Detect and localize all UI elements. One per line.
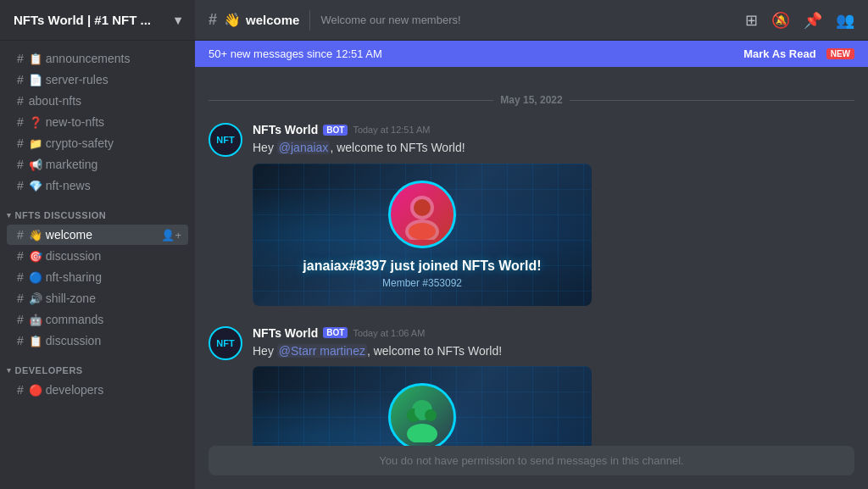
channels-list: # 📋 announcements # 📄 server-rules # abo… xyxy=(0,41,195,489)
date-divider: May 15, 2022 xyxy=(195,87,868,113)
mention: @Starr martinez xyxy=(277,344,367,358)
header-icons: ⊞ 🔕 📌 👥 xyxy=(745,11,854,30)
channel-header-name: # 👋 welcome xyxy=(209,11,299,29)
hashtag-icon[interactable]: ⊞ xyxy=(745,11,758,30)
mark-as-read-button[interactable]: Mark As Read NEW xyxy=(743,47,854,60)
message-input-container: You do not have permission to send messa… xyxy=(209,446,854,475)
hash-icon: # xyxy=(17,292,24,305)
message-input-area: You do not have permission to send messa… xyxy=(195,446,868,489)
channel-item[interactable]: # 📁 crypto-safety xyxy=(7,133,188,153)
channel-discussion[interactable]: # 🎯 discussion xyxy=(7,246,188,266)
new-messages-text: 50+ new messages since 12:51 AM xyxy=(209,47,743,60)
channel-header-hash-icon: # xyxy=(209,11,217,29)
hash-icon: # xyxy=(17,52,24,65)
channel-item[interactable]: # about-nfts xyxy=(7,91,188,111)
bot-badge: BOT xyxy=(323,327,348,338)
new-messages-banner: 50+ new messages since 12:51 AM Mark As … xyxy=(195,41,868,67)
svg-point-5 xyxy=(407,424,437,442)
hash-icon: # xyxy=(17,313,24,326)
divider-line-left xyxy=(209,100,493,101)
avatar: NFT xyxy=(209,326,242,360)
server-header[interactable]: NFTs World | #1 NFT ... ▾ xyxy=(0,0,195,41)
message-text: Hey @janaiax, welcome to NFTs World! xyxy=(253,140,854,157)
server-name: NFTs World | #1 NFT ... xyxy=(14,13,151,27)
channel-welcome[interactable]: # 👋 welcome 👤+ xyxy=(7,225,188,245)
message-timestamp: Today at 12:51 AM xyxy=(353,125,430,135)
welcome-card-inner: janaiax#8397 just joined NFTs World! Mem… xyxy=(253,164,592,306)
channel-item[interactable]: # 📋 announcements xyxy=(7,48,188,69)
welcome-card: janaiax#8397 just joined NFTs World! Mem… xyxy=(253,164,592,306)
svg-point-8 xyxy=(425,409,437,421)
hash-icon: # xyxy=(17,73,24,86)
channel-shill-zone[interactable]: # 🔊 shill-zone xyxy=(7,288,188,308)
message-content: NFTs World BOT Today at 12:51 AM Hey @ja… xyxy=(253,123,854,306)
welcome-card-inner: Starr martinez#7397 just joined NFTs Wor… xyxy=(253,366,592,446)
welcome-card: Starr martinez#7397 just joined NFTs Wor… xyxy=(253,366,592,446)
mention: @janaiax xyxy=(277,141,331,154)
main-content: # 👋 welcome Welcome our new members! ⊞ 🔕… xyxy=(195,0,868,489)
channel-topic: Welcome our new members! xyxy=(320,14,460,26)
pin-icon[interactable]: 📌 xyxy=(804,11,822,30)
channel-item[interactable]: # 📄 server-rules xyxy=(7,69,188,90)
message-header: NFTs World BOT Today at 12:51 AM xyxy=(253,123,854,136)
channel-header-emoji: 👋 xyxy=(224,12,241,28)
channel-developers[interactable]: # 🔴 developers xyxy=(7,380,188,400)
bot-badge: BOT xyxy=(323,125,348,136)
add-member-icon[interactable]: 👤+ xyxy=(161,229,181,242)
channel-nft-sharing[interactable]: # 🔵 nft-sharing xyxy=(7,267,188,287)
messages-area[interactable]: May 15, 2022 NFT NFTs World BOT Today at… xyxy=(195,67,868,446)
hash-icon: # xyxy=(17,158,24,171)
hash-icon: # xyxy=(17,179,24,192)
hash-icon: # xyxy=(17,228,24,242)
message-author: NFTs World xyxy=(253,123,318,136)
hash-icon: # xyxy=(17,115,24,129)
message-group: NFT NFTs World BOT Today at 12:51 AM Hey… xyxy=(195,119,868,309)
bell-slash-icon[interactable]: 🔕 xyxy=(771,11,790,30)
welcome-user-avatar-2 xyxy=(388,383,456,446)
channel-header-title: welcome xyxy=(246,13,299,27)
category-arrow-icon: ▾ xyxy=(7,211,12,219)
channel-commands[interactable]: # 🤖 commands xyxy=(7,309,188,330)
category-nfts-discussion[interactable]: ▾ NFTS DISCUSSION xyxy=(0,197,195,224)
message-text: Hey @Starr martinez, welcome to NFTs Wor… xyxy=(253,343,854,360)
hash-icon: # xyxy=(17,270,24,284)
svg-point-2 xyxy=(414,199,431,216)
welcome-join-text: janaiax#8397 just joined NFTs World! xyxy=(303,258,541,274)
hash-icon: # xyxy=(17,94,24,108)
category-label: DEVELOPERS xyxy=(15,365,83,375)
channel-header: # 👋 welcome Welcome our new members! ⊞ 🔕… xyxy=(195,0,868,41)
header-divider xyxy=(309,10,310,31)
message-content: NFTs World BOT Today at 1:06 AM Hey @Sta… xyxy=(253,326,854,446)
channel-discussion-2[interactable]: # 📋 discussion xyxy=(7,331,188,351)
channel-item[interactable]: # ❓ new-to-nfts xyxy=(7,112,188,132)
server-dropdown-icon: ▾ xyxy=(175,13,181,28)
message-group: NFT NFTs World BOT Today at 1:06 AM Hey … xyxy=(195,323,868,446)
svg-point-3 xyxy=(409,223,436,240)
avatar: NFT xyxy=(209,123,242,157)
new-badge: NEW xyxy=(826,48,854,59)
channel-item[interactable]: # 💎 nft-news xyxy=(7,175,188,196)
category-developers[interactable]: ▾ DEVELOPERS xyxy=(0,352,195,379)
members-icon[interactable]: 👥 xyxy=(836,11,854,30)
hash-icon: # xyxy=(17,383,24,397)
message-header: NFTs World BOT Today at 1:06 AM xyxy=(253,326,854,340)
message-author: NFTs World xyxy=(253,326,318,340)
no-permission-text: You do not have permission to send messa… xyxy=(219,454,844,467)
hash-icon: # xyxy=(17,334,24,347)
sidebar: NFTs World | #1 NFT ... ▾ # 📋 announceme… xyxy=(0,0,195,489)
category-label: NFTS DISCUSSION xyxy=(15,210,107,220)
category-arrow-icon: ▾ xyxy=(7,366,12,375)
hash-icon: # xyxy=(17,249,24,263)
date-divider-text: May 15, 2022 xyxy=(493,94,569,106)
hash-icon: # xyxy=(17,136,24,150)
divider-line-right xyxy=(570,100,854,101)
welcome-member-text: Member #353092 xyxy=(382,277,462,289)
message-timestamp: Today at 1:06 AM xyxy=(353,328,425,338)
channel-item[interactable]: # 📢 marketing xyxy=(7,154,188,175)
welcome-user-avatar xyxy=(388,181,456,248)
